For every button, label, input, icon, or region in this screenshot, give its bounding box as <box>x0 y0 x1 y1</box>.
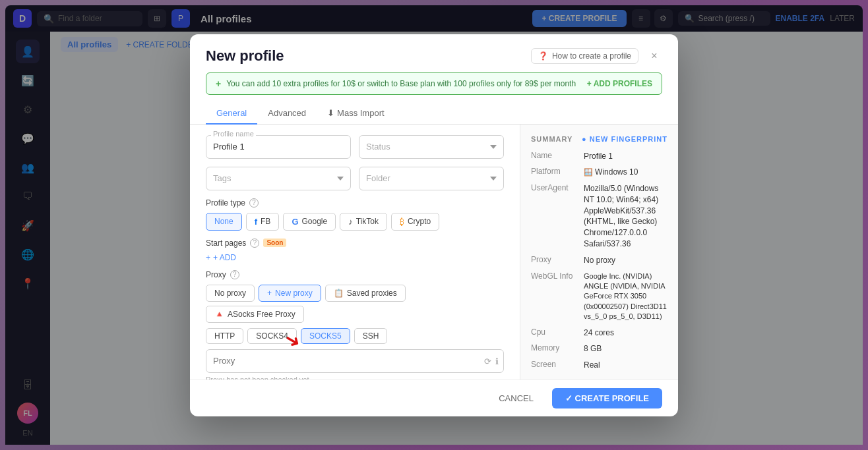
proxy-protocol-buttons: HTTP SOCKS4 SOCKS5 SSH <box>206 328 504 344</box>
new-proxy-icon: + <box>267 289 272 298</box>
profile-name-row: Profile name Status <box>206 135 504 159</box>
create-profile-modal-button[interactable]: ✓ CREATE PROFILE <box>552 388 662 408</box>
fb-icon: f <box>255 217 257 227</box>
proxy-btn-asocks[interactable]: 🔺 ASocks Free Proxy <box>206 306 304 323</box>
profile-type-info-icon[interactable]: ? <box>249 198 259 208</box>
profile-type-buttons: None f FB G Google ♪ TikTok ₿ <box>206 213 504 231</box>
saved-proxies-icon: 📋 <box>334 289 344 298</box>
type-btn-tiktok[interactable]: ♪ TikTok <box>340 213 387 231</box>
start-pages-info-icon[interactable]: ? <box>250 239 259 248</box>
profile-name-input[interactable] <box>206 135 351 159</box>
type-btn-crypto[interactable]: ₿ Crypto <box>391 213 439 231</box>
proxy-option-buttons: No proxy + New proxy 📋 Saved proxies 🔺 A… <box>206 285 504 323</box>
tab-mass-import[interactable]: ⬇ Mass Import <box>317 103 395 125</box>
summary-name-value: Profile 1 <box>584 151 667 162</box>
summary-screen-value: Real <box>584 360 667 371</box>
tags-select[interactable]: Tags <box>206 167 351 190</box>
summary-useragent-value: Mozilla/5.0 (Windows NT 10.0; Win64; x64… <box>584 183 667 250</box>
promo-banner-left: + You can add 10 extra profiles for 10$ … <box>216 78 576 89</box>
modal-close-button[interactable]: × <box>646 48 662 64</box>
windows-icon: 🪟 <box>584 168 595 176</box>
status-group: Status <box>359 135 504 159</box>
download-icon: ⬇ <box>327 108 334 118</box>
summary-platform-value: 🪟 Windows 10 <box>584 167 667 178</box>
proxy-input-icons: ⟳ ℹ <box>484 356 499 366</box>
proxy-refresh-icon[interactable]: ⟳ <box>484 356 491 366</box>
tags-group: Tags <box>206 167 351 190</box>
proto-btn-http[interactable]: HTTP <box>206 328 243 344</box>
summary-webgl-row: WebGL Info Google Inc. (NVIDIA) ANGLE (N… <box>531 271 667 322</box>
google-icon: G <box>292 217 298 227</box>
folder-group: Folder <box>359 167 504 190</box>
modal-header-right: ❓ How to create a profile × <box>531 48 662 64</box>
bitcoin-icon: ₿ <box>400 217 404 227</box>
tiktok-icon: ♪ <box>348 217 353 227</box>
profile-name-label: Profile name <box>211 130 256 138</box>
promo-plus-icon: + <box>216 78 221 89</box>
help-icon: ❓ <box>538 51 548 61</box>
summary-proxy-value: No proxy <box>584 255 667 266</box>
modal-header: New profile ❓ How to create a profile × <box>190 34 678 65</box>
proxy-info-icon2[interactable]: ℹ <box>495 356 499 366</box>
proxy-btn-new-proxy[interactable]: + New proxy <box>259 285 321 302</box>
proto-btn-ssh[interactable]: SSH <box>354 328 388 344</box>
soon-badge: Soon <box>263 239 286 247</box>
new-fingerprint-button[interactable]: ● NEW FINGERPRINT <box>582 135 667 143</box>
modal-overlay: New profile ❓ How to create a profile × … <box>0 0 868 450</box>
summary-useragent-row: UserAgent Mozilla/5.0 (Windows NT 10.0; … <box>531 183 667 250</box>
add-icon: + <box>206 253 210 262</box>
summary-webgl-value: Google Inc. (NVIDIA) ANGLE (NVIDIA, NVID… <box>584 271 667 322</box>
summary-name-row: Name Profile 1 <box>531 151 667 162</box>
promo-text: You can add 10 extra profiles for 10$ or… <box>226 79 576 88</box>
type-btn-google[interactable]: G Google <box>283 213 336 231</box>
add-profiles-button[interactable]: + ADD PROFILES <box>587 79 652 88</box>
proxy-info-icon[interactable]: ? <box>230 270 239 279</box>
summary-proxy-row: Proxy No proxy <box>531 255 667 266</box>
modal-left-panel: Profile name Status Tags <box>190 125 520 380</box>
type-btn-fb[interactable]: f FB <box>246 213 280 231</box>
tab-advanced[interactable]: Advanced <box>257 103 317 125</box>
start-pages-label: Start pages ? Soon <box>206 239 504 248</box>
add-start-page-button[interactable]: + + ADD <box>206 253 504 262</box>
how-to-link[interactable]: ❓ How to create a profile <box>531 48 638 64</box>
summary-memory-row: Memory 8 GB <box>531 343 667 354</box>
cancel-button[interactable]: CANCEL <box>488 388 544 408</box>
modal-body: Profile name Status Tags <box>190 125 678 380</box>
proxy-btn-no-proxy[interactable]: No proxy <box>206 285 255 302</box>
profile-name-group: Profile name <box>206 135 351 159</box>
summary-cpu-value: 24 cores <box>584 327 667 339</box>
proxy-input-wrapper: ⟳ ℹ <box>206 349 504 373</box>
proto-btn-socks5[interactable]: SOCKS5 <box>301 328 350 344</box>
summary-cpu-row: Cpu 24 cores <box>531 327 667 339</box>
summary-platform-row: Platform 🪟 Windows 10 <box>531 167 667 178</box>
summary-title: SUMMARY ● NEW FINGERPRINT <box>531 135 667 143</box>
tab-general[interactable]: General <box>206 103 257 125</box>
new-profile-modal: New profile ❓ How to create a profile × … <box>190 34 678 416</box>
summary-memory-value: 8 GB <box>584 343 667 354</box>
folder-select[interactable]: Folder <box>359 167 504 190</box>
profile-type-label: Profile type ? <box>206 198 504 208</box>
summary-panel: SUMMARY ● NEW FINGERPRINT Name Profile 1… <box>520 125 678 380</box>
status-select[interactable]: Status <box>359 135 504 159</box>
summary-screen-row: Screen Real <box>531 360 667 371</box>
modal-footer: CANCEL ✓ CREATE PROFILE <box>190 380 678 416</box>
proxy-section-label: Proxy ? <box>206 270 504 279</box>
modal-tabs: General Advanced ⬇ Mass Import <box>190 103 678 125</box>
promo-banner: + You can add 10 extra profiles for 10$ … <box>206 72 662 95</box>
modal-title: New profile <box>206 47 284 65</box>
proto-btn-socks4[interactable]: SOCKS4 <box>247 328 297 344</box>
type-btn-none[interactable]: None <box>206 213 242 231</box>
asocks-icon: 🔺 <box>214 310 224 319</box>
tags-folder-row: Tags Folder <box>206 167 504 190</box>
proxy-btn-saved-proxies[interactable]: 📋 Saved proxies <box>325 285 406 302</box>
proxy-input[interactable] <box>206 349 504 373</box>
